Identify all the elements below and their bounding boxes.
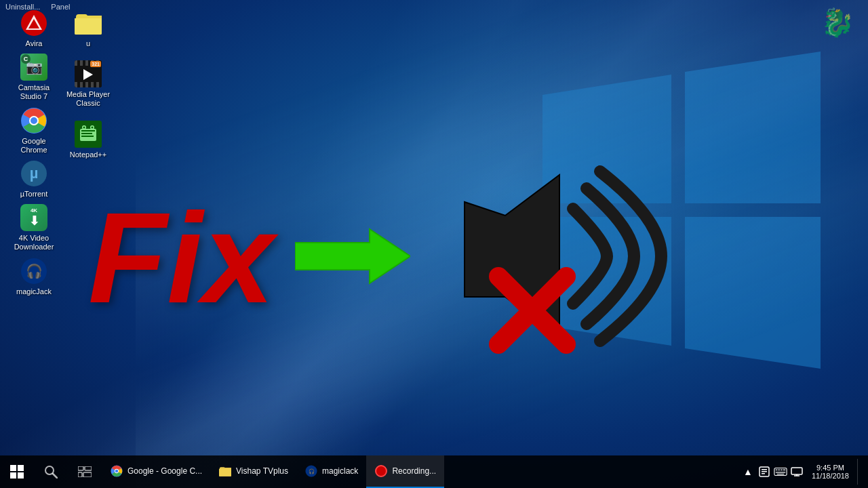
taskbar-chrome-icon [110, 464, 123, 478]
desktop-icon-col1: Avira 📷 C Camtasia Studio 7 [7, 7, 61, 299]
camtasia-logo: 📷 C [20, 54, 47, 81]
svg-rect-49 [776, 472, 786, 473]
svg-point-20 [83, 126, 85, 128]
tray-time[interactable]: 9:45 PM 11/18/2018 [806, 464, 854, 480]
keyboard-icon [774, 467, 787, 476]
taskbar-recording-icon [374, 464, 388, 478]
magicjack-icon-item[interactable]: 🎧 magicJack [7, 255, 61, 299]
u-folder-icon-img [75, 9, 102, 37]
svg-rect-25 [10, 465, 16, 471]
sound-icon-svg [424, 148, 682, 365]
svg-rect-27 [10, 472, 16, 479]
svg-rect-33 [78, 472, 82, 477]
svg-rect-34 [83, 472, 92, 477]
avira-logo [21, 10, 47, 36]
tray-time-display: 9:45 PM [812, 464, 849, 472]
magicjack-icon-img: 🎧 [20, 258, 47, 285]
svg-rect-48 [783, 469, 786, 470]
svg-point-9 [31, 117, 37, 124]
windows-start-icon [10, 465, 24, 479]
taskbar-vishap-icon [218, 464, 232, 478]
start-button[interactable] [0, 455, 34, 488]
utorrent-label: µTorrent [20, 190, 48, 199]
fkvideo-icon-img: 4K ⬇ [20, 204, 47, 231]
taskbar-vishap[interactable]: Vishap TVplus [210, 455, 296, 488]
u-folder-label: u [86, 39, 90, 48]
magicjack-logo: 🎧 [20, 258, 47, 285]
fix-text-container: Fix [88, 193, 275, 322]
camtasia-icon-item[interactable]: 📷 C Camtasia Studio 7 [7, 51, 61, 104]
taskbar-apps: Google - Google C... Vishap TVplus 🎧 [102, 455, 734, 488]
taskbar-vishap-label: Vishap TVplus [236, 466, 288, 476]
fkvideo-logo: 4K ⬇ [20, 204, 47, 231]
tray-display-icon[interactable] [790, 455, 804, 488]
svg-text:🎧: 🎧 [309, 468, 315, 474]
tray-show-desktop[interactable] [857, 459, 861, 485]
sound-muted-icon [424, 148, 682, 367]
camtasia-label: Camtasia Studio 7 [9, 83, 58, 101]
chrome-icon-img [20, 107, 47, 134]
chrome-label: Google Chrome [9, 137, 58, 155]
fkvideo-label: 4K Video Downloader [9, 234, 58, 251]
fkvideo-icon-item[interactable]: 4K ⬇ 4K Video Downloader [7, 201, 61, 254]
svg-rect-32 [85, 466, 92, 470]
avira-icon-img [20, 9, 47, 37]
system-tray: ▲ [734, 455, 868, 488]
task-view-icon [78, 466, 92, 477]
green-arrow [295, 226, 410, 287]
taskbar-magicjack-label: magiclack [322, 466, 358, 476]
fix-word: Fix [88, 186, 275, 329]
chrome-icon-item[interactable]: Google Chrome [7, 104, 61, 157]
svg-marker-22 [295, 229, 410, 283]
tray-chevron-icon[interactable]: ▲ [741, 455, 755, 488]
svg-rect-43 [762, 473, 765, 474]
svg-rect-46 [778, 469, 780, 470]
svg-text:🎧: 🎧 [26, 263, 43, 279]
utorrent-icon-item[interactable]: µ µTorrent [7, 157, 61, 201]
svg-rect-31 [78, 466, 83, 470]
main-overlay: Fix [88, 68, 868, 447]
avira-label: Avira [26, 39, 43, 48]
notification-icon [759, 466, 770, 477]
tray-keyboard-icon[interactable] [774, 455, 787, 488]
svg-rect-45 [776, 469, 778, 470]
search-icon [44, 465, 58, 479]
svg-rect-26 [18, 465, 24, 471]
folder-logo [75, 12, 102, 35]
svg-rect-47 [781, 469, 783, 470]
taskbar-recording-label: Recording... [392, 466, 436, 476]
avira-icon-item[interactable]: Avira [7, 7, 61, 51]
svg-rect-28 [18, 472, 24, 479]
svg-line-30 [53, 474, 57, 478]
taskbar: Google - Google C... Vishap TVplus 🎧 [0, 455, 868, 488]
tray-notification-icon[interactable] [757, 455, 771, 488]
display-icon [791, 467, 803, 476]
utorrent-logo: µ [20, 160, 47, 187]
taskbar-magicjack-icon: 🎧 [304, 464, 318, 478]
taskbar-magicjack[interactable]: 🎧 magiclack [296, 455, 366, 488]
dragon-logo: 🐉 [821, 7, 854, 39]
task-view-button[interactable] [68, 455, 102, 488]
svg-rect-42 [762, 471, 767, 472]
taskbar-recording[interactable]: Recording... [366, 455, 444, 488]
tray-date-display: 11/18/2018 [812, 472, 849, 480]
svg-rect-41 [762, 469, 767, 470]
svg-point-37 [115, 470, 119, 473]
taskbar-chrome[interactable]: Google - Google C... [102, 455, 210, 488]
chrome-logo [20, 107, 47, 134]
magicjack-label: magicJack [16, 287, 52, 296]
desktop: 🐉 Uninstall... Panel Avira [0, 0, 868, 488]
svg-rect-50 [776, 474, 784, 475]
utorrent-icon-img: µ [20, 160, 47, 187]
svg-rect-51 [791, 468, 802, 474]
search-button[interactable] [34, 455, 68, 488]
taskbar-chrome-label: Google - Google C... [127, 466, 202, 476]
green-arrow-container [295, 226, 410, 289]
u-folder-icon-item[interactable]: u [61, 7, 115, 51]
camtasia-icon-img: 📷 C [20, 54, 47, 81]
svg-text:µ: µ [30, 165, 39, 182]
